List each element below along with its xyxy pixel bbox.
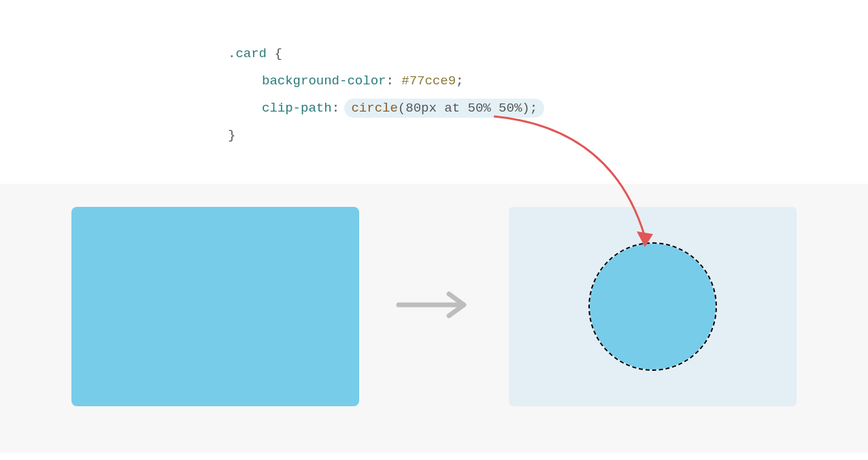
code-section: .card { background-color: #77cce9; clip-… [0,0,868,184]
colon: : [332,101,339,116]
card-after [509,207,797,406]
css-property-clip: clip-path [262,101,332,116]
card-before [71,207,359,406]
css-func-params: 80px at 50% 50% [405,101,522,116]
code-line-2: background-color: #77cce9; [228,68,868,95]
space [394,73,401,88]
code-line-3: clip-path: circle(80px at 50% 50%); [228,95,868,122]
highlighted-value: circle(80px at 50% 50%); [344,99,544,118]
css-property-bg: background-color [262,73,386,88]
clipped-circle [590,244,716,369]
css-value-color: #77cce9 [401,73,456,88]
semicolon: ; [530,101,537,116]
brace-close: } [228,128,235,143]
semicolon: ; [456,73,463,88]
brace-open: { [274,46,282,61]
colon: : [386,73,393,88]
space [267,46,274,61]
css-func-name: circle [351,101,397,116]
paren-close: ) [522,101,529,116]
css-selector: .card [228,46,267,61]
code-line-1: .card { [228,41,868,68]
diagram-section [0,184,868,453]
paren-open: ( [398,101,405,116]
code-block: .card { background-color: #77cce9; clip-… [228,41,868,150]
arrow-transition-icon [380,291,488,322]
code-line-4: } [228,122,868,150]
